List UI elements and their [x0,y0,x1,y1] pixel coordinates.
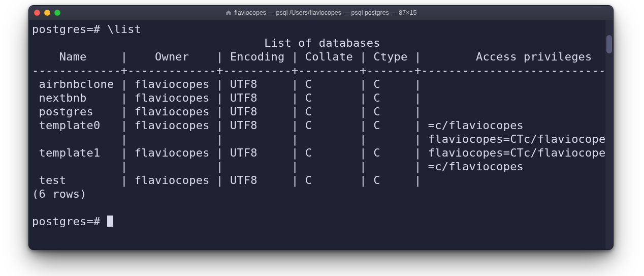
table-row: template0 | flaviocopes | UTF8 | C | C |… [29,118,613,132]
prompt-text: postgres=# [32,215,107,228]
table-row: | | | | | flaviocopes=CTc/flaviocopes [29,132,613,146]
blank-line [29,201,613,214]
table-row: airbnbclone | flaviocopes | UTF8 | C | C… [29,77,613,91]
table-row: | | | | | =c/flaviocopes [29,160,613,173]
prompt-idle-line: postgres=# [29,214,613,228]
table-row: nextbnb | flaviocopes | UTF8 | C | C | [29,91,613,105]
table-row: postgres | flaviocopes | UTF8 | C | C | [29,105,613,118]
zoom-icon[interactable] [54,10,60,16]
close-icon[interactable] [34,10,40,16]
table-footer: (6 rows) [29,187,613,201]
prompt-command-line: postgres=# \list [29,22,613,36]
table-title: List of databases [29,36,613,50]
traffic-lights [34,10,60,16]
cursor-block [107,216,113,227]
home-icon [226,10,232,16]
minimize-icon[interactable] [44,10,50,16]
scrollbar-thumb[interactable] [606,35,612,53]
terminal-body[interactable]: postgres=# \list List of databases Name … [29,20,613,228]
table-divider: -------------+-------------+----------+-… [29,64,613,77]
terminal-window: flaviocopes — psql /Users/flaviocopes — … [28,5,614,250]
table-header: Name | Owner | Encoding | Collate | Ctyp… [29,50,613,64]
table-row: test | flaviocopes | UTF8 | C | C | [29,173,613,187]
window-title-text: flaviocopes — psql /Users/flaviocopes — … [235,9,417,16]
titlebar[interactable]: flaviocopes — psql /Users/flaviocopes — … [29,6,613,20]
scrollbar-track[interactable] [605,20,613,250]
table-row: template1 | flaviocopes | UTF8 | C | C |… [29,146,613,160]
window-title: flaviocopes — psql /Users/flaviocopes — … [29,9,613,16]
